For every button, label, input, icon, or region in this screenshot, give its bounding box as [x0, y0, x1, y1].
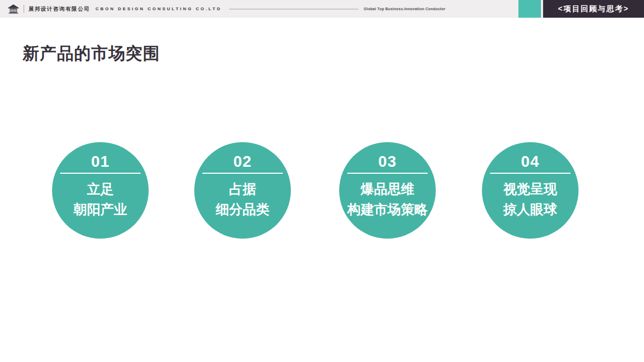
step-circle-03: 03 爆品思维 构建市场策略 [339, 142, 436, 239]
step-circle-02: 02 占据 细分品类 [194, 142, 291, 239]
step-number: 03 [339, 153, 436, 169]
step-text-line1: 爆品思维 [339, 179, 436, 199]
building-logo-icon [7, 4, 20, 14]
teal-accent-square [518, 0, 541, 18]
circle-divider-line [347, 173, 428, 174]
company-logo [7, 4, 20, 14]
step-text-line2: 掠人眼球 [482, 199, 579, 219]
step-text-line2: 构建市场策略 [339, 199, 436, 219]
company-name-en: CBON DESIGN CONSULTING CO.LTD [96, 6, 222, 11]
header-divider [24, 5, 24, 13]
step-number: 04 [482, 153, 579, 169]
step-text-line1: 占据 [194, 179, 291, 199]
circle-divider-line [60, 173, 141, 174]
circle-divider-line [202, 173, 283, 174]
header-rule-line [229, 9, 358, 10]
step-text-line2: 细分品类 [194, 199, 291, 219]
step-number: 02 [194, 153, 291, 169]
company-tagline: Global Top Business-Innovation Conductor [364, 7, 445, 11]
page-title: 新产品的市场突围 [23, 45, 160, 62]
circle-divider-line [490, 173, 570, 174]
presentation-slide: 展邦设计咨询有限公司 CBON DESIGN CONSULTING CO.LTD… [0, 0, 644, 362]
step-text-line2: 朝阳产业 [52, 199, 149, 219]
section-badge: <项目回顾与思考> [543, 0, 644, 18]
step-number: 01 [52, 153, 149, 169]
step-circle-01: 01 立足 朝阳产业 [52, 142, 149, 239]
step-text-line1: 视觉呈现 [482, 179, 579, 199]
header-bar: 展邦设计咨询有限公司 CBON DESIGN CONSULTING CO.LTD… [0, 0, 644, 18]
header-spacer [445, 9, 518, 9]
step-text-line1: 立足 [52, 179, 149, 199]
step-circle-04: 04 视觉呈现 掠人眼球 [482, 142, 579, 239]
company-name-cn: 展邦设计咨询有限公司 [28, 5, 90, 13]
